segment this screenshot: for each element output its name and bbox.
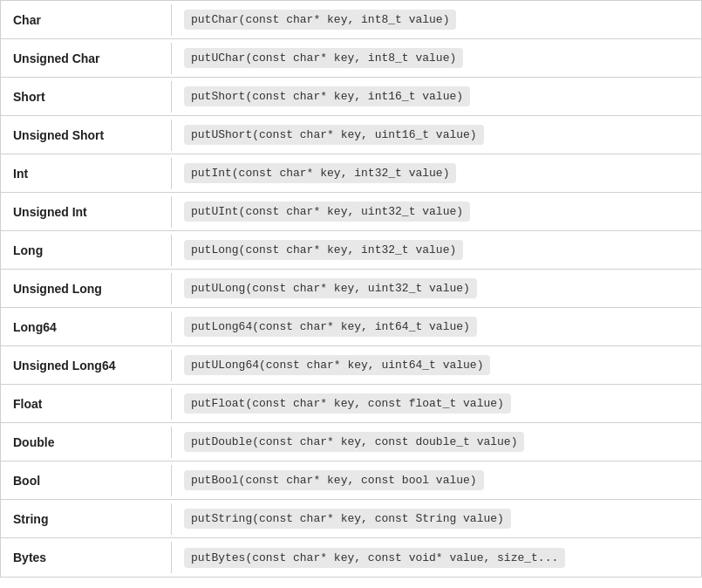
- method-cell: putString(const char* key, const String …: [172, 500, 701, 537]
- type-cell: Short: [1, 81, 172, 113]
- method-badge: putULong(const char* key, uint32_t value…: [184, 278, 477, 298]
- table-row: Unsigned ShortputUShort(const char* key,…: [1, 116, 701, 154]
- method-badge: putChar(const char* key, int8_t value): [184, 10, 456, 30]
- method-badge: putUChar(const char* key, int8_t value): [184, 48, 463, 68]
- method-cell: putChar(const char* key, int8_t value): [172, 1, 701, 38]
- type-cell: String: [1, 503, 172, 535]
- table-row: Unsigned CharputUChar(const char* key, i…: [1, 39, 701, 78]
- method-cell: putShort(const char* key, int16_t value): [172, 78, 701, 115]
- table-row: LongputLong(const char* key, int32_t val…: [1, 231, 701, 270]
- method-badge: putFloat(const char* key, const float_t …: [184, 393, 511, 414]
- method-cell: putBool(const char* key, const bool valu…: [172, 462, 701, 499]
- type-cell: Float: [1, 388, 172, 420]
- type-cell: Unsigned Long: [1, 273, 172, 304]
- table-row: StringputString(const char* key, const S…: [1, 500, 701, 538]
- table-row: Unsigned LongputULong(const char* key, u…: [1, 270, 701, 308]
- type-cell: Unsigned Long64: [1, 350, 172, 381]
- type-cell: Bytes: [1, 542, 172, 573]
- method-badge: putString(const char* key, const String …: [184, 509, 511, 529]
- table-row: BytesputBytes(const char* key, const voi…: [1, 538, 701, 577]
- type-cell: Char: [1, 4, 172, 36]
- table-row: ShortputShort(const char* key, int16_t v…: [1, 78, 701, 116]
- method-badge: putLong64(const char* key, int64_t value…: [184, 317, 477, 337]
- table-row: DoubleputDouble(const char* key, const d…: [1, 423, 701, 462]
- method-cell: putULong(const char* key, uint32_t value…: [172, 270, 701, 307]
- method-cell: putULong64(const char* key, uint64_t val…: [172, 346, 701, 384]
- method-badge: putLong(const char* key, int32_t value): [184, 240, 463, 260]
- type-cell: Unsigned Char: [1, 43, 172, 74]
- table-row: CharputChar(const char* key, int8_t valu…: [1, 1, 701, 39]
- method-cell: putInt(const char* key, int32_t value): [172, 154, 701, 192]
- method-badge: putShort(const char* key, int16_t value): [184, 86, 470, 106]
- table-row: FloatputFloat(const char* key, const flo…: [1, 385, 701, 423]
- method-cell: putUShort(const char* key, uint16_t valu…: [172, 116, 701, 154]
- method-badge: putDouble(const char* key, const double_…: [184, 432, 524, 452]
- type-cell: Long64: [1, 311, 172, 343]
- table-row: IntputInt(const char* key, int32_t value…: [1, 154, 701, 193]
- type-cell: Double: [1, 427, 172, 458]
- method-cell: putBytes(const char* key, const void* va…: [172, 539, 701, 577]
- data-table: CharputChar(const char* key, int8_t valu…: [0, 0, 702, 578]
- method-badge: putUShort(const char* key, uint16_t valu…: [184, 125, 484, 145]
- table-row: Unsigned IntputUInt(const char* key, uin…: [1, 193, 701, 231]
- type-cell: Bool: [1, 465, 172, 496]
- method-cell: putLong64(const char* key, int64_t value…: [172, 308, 701, 345]
- table-row: Long64putLong64(const char* key, int64_t…: [1, 308, 701, 346]
- method-badge: putULong64(const char* key, uint64_t val…: [184, 355, 490, 375]
- method-cell: putLong(const char* key, int32_t value): [172, 231, 701, 269]
- method-cell: putUInt(const char* key, uint32_t value): [172, 193, 701, 230]
- method-cell: putDouble(const char* key, const double_…: [172, 423, 701, 461]
- type-cell: Int: [1, 158, 172, 189]
- type-cell: Unsigned Int: [1, 196, 172, 228]
- method-badge: putBytes(const char* key, const void* va…: [184, 548, 565, 568]
- method-badge: putBool(const char* key, const bool valu…: [184, 470, 484, 490]
- type-cell: Unsigned Short: [1, 120, 172, 151]
- type-cell: Long: [1, 235, 172, 266]
- table-row: Unsigned Long64putULong64(const char* ke…: [1, 346, 701, 385]
- method-cell: putUChar(const char* key, int8_t value): [172, 39, 701, 77]
- table-row: BoolputBool(const char* key, const bool …: [1, 462, 701, 500]
- method-cell: putFloat(const char* key, const float_t …: [172, 385, 701, 422]
- method-badge: putInt(const char* key, int32_t value): [184, 163, 456, 183]
- method-badge: putUInt(const char* key, uint32_t value): [184, 202, 470, 222]
